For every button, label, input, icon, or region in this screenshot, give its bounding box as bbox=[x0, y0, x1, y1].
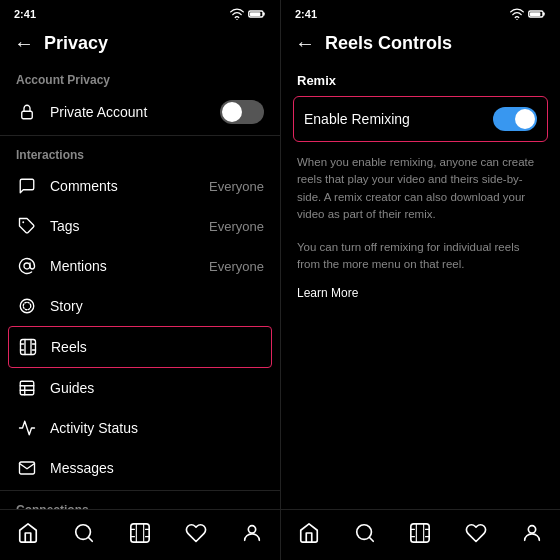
activity-icon bbox=[16, 417, 38, 439]
list-item-mentions[interactable]: Mentions Everyone bbox=[0, 246, 280, 286]
comments-icon bbox=[16, 175, 38, 197]
status-icons-left bbox=[230, 8, 266, 20]
svg-rect-9 bbox=[20, 381, 34, 395]
list-item-guides[interactable]: Guides bbox=[0, 368, 280, 408]
right-header: ← Reels Controls bbox=[281, 24, 560, 63]
enable-remixing-row: Enable Remixing bbox=[294, 97, 547, 141]
back-button-right[interactable]: ← bbox=[295, 32, 315, 55]
svg-rect-27 bbox=[411, 524, 429, 542]
section-interactions: Interactions bbox=[0, 138, 280, 166]
left-bottom-nav bbox=[0, 509, 280, 560]
reels-highlight-box: Reels bbox=[8, 326, 272, 368]
battery-icon-right bbox=[528, 9, 546, 19]
guides-icon bbox=[16, 377, 38, 399]
svg-point-7 bbox=[23, 302, 31, 310]
list-item-activity-status[interactable]: Activity Status bbox=[0, 408, 280, 448]
remixing-sub-text: You can turn off remixing for individual… bbox=[281, 231, 560, 282]
left-header: ← Privacy bbox=[0, 24, 280, 63]
private-account-toggle[interactable] bbox=[220, 100, 264, 124]
back-button-left[interactable]: ← bbox=[14, 32, 34, 55]
section-account-privacy: Account Privacy bbox=[0, 63, 280, 91]
activity-status-label: Activity Status bbox=[50, 420, 264, 436]
private-account-label: Private Account bbox=[50, 104, 208, 120]
toggle-knob bbox=[222, 102, 242, 122]
remix-section-title: Remix bbox=[281, 63, 560, 92]
messages-label: Messages bbox=[50, 460, 264, 476]
story-label: Story bbox=[50, 298, 264, 314]
comments-value: Everyone bbox=[209, 179, 264, 194]
status-icons-right bbox=[510, 8, 546, 20]
enable-remixing-label: Enable Remixing bbox=[304, 111, 410, 127]
search-nav-left[interactable] bbox=[71, 520, 97, 546]
heart-nav-right[interactable] bbox=[463, 520, 489, 546]
profile-nav-right[interactable] bbox=[519, 520, 545, 546]
svg-line-26 bbox=[369, 537, 373, 541]
divider-2 bbox=[0, 490, 280, 491]
comments-label: Comments bbox=[50, 178, 197, 194]
profile-nav-left[interactable] bbox=[239, 520, 265, 546]
section-connections: Connections bbox=[0, 493, 280, 509]
reels-icon bbox=[17, 336, 39, 358]
reels-nav-right[interactable] bbox=[407, 520, 433, 546]
status-bar-left: 2:41 bbox=[0, 0, 280, 24]
svg-rect-20 bbox=[131, 524, 149, 542]
mentions-value: Everyone bbox=[209, 259, 264, 274]
svg-point-21 bbox=[248, 526, 255, 533]
right-scroll-area: Remix Enable Remixing When you enable re… bbox=[281, 63, 560, 509]
right-panel: 2:41 ← Reels Controls Remix Enable Remix… bbox=[280, 0, 560, 560]
reels-nav-left[interactable] bbox=[127, 520, 153, 546]
wifi-icon bbox=[230, 8, 244, 20]
story-icon bbox=[16, 295, 38, 317]
right-bottom-nav bbox=[281, 509, 560, 560]
home-nav-right[interactable] bbox=[296, 520, 322, 546]
list-item-story[interactable]: Story bbox=[0, 286, 280, 326]
mentions-label: Mentions bbox=[50, 258, 197, 274]
home-nav-left[interactable] bbox=[15, 520, 41, 546]
svg-point-5 bbox=[24, 263, 30, 269]
mentions-icon bbox=[16, 255, 38, 277]
list-item-messages[interactable]: Messages bbox=[0, 448, 280, 488]
battery-icon bbox=[248, 9, 266, 19]
svg-point-22 bbox=[516, 19, 517, 20]
learn-more-link[interactable]: Learn More bbox=[281, 282, 560, 310]
status-bar-right: 2:41 bbox=[281, 0, 560, 24]
reels-label: Reels bbox=[51, 339, 263, 355]
list-item-private-account[interactable]: Private Account bbox=[0, 91, 280, 133]
lock-icon bbox=[16, 101, 38, 123]
svg-rect-8 bbox=[21, 340, 36, 355]
list-item-comments[interactable]: Comments Everyone bbox=[0, 166, 280, 206]
left-scroll-area: Account Privacy Private Account Interact… bbox=[0, 63, 280, 509]
divider-1 bbox=[0, 135, 280, 136]
svg-line-19 bbox=[88, 537, 92, 541]
left-page-title: Privacy bbox=[44, 33, 108, 54]
tags-icon bbox=[16, 215, 38, 237]
messages-icon bbox=[16, 457, 38, 479]
tags-label: Tags bbox=[50, 218, 197, 234]
wifi-icon-right bbox=[510, 8, 524, 20]
toggle-knob-remixing bbox=[515, 109, 535, 129]
svg-rect-2 bbox=[250, 12, 261, 16]
svg-point-6 bbox=[20, 299, 34, 313]
svg-rect-24 bbox=[530, 12, 541, 16]
list-item-reels[interactable]: Reels bbox=[9, 327, 271, 367]
svg-rect-3 bbox=[22, 111, 33, 119]
right-page-title: Reels Controls bbox=[325, 33, 452, 54]
status-time-right: 2:41 bbox=[295, 8, 317, 20]
status-time-left: 2:41 bbox=[14, 8, 36, 20]
svg-point-28 bbox=[528, 526, 535, 533]
heart-nav-left[interactable] bbox=[183, 520, 209, 546]
guides-label: Guides bbox=[50, 380, 264, 396]
remixing-description: When you enable remixing, anyone can cre… bbox=[281, 146, 560, 231]
search-nav-right[interactable] bbox=[352, 520, 378, 546]
svg-point-0 bbox=[236, 19, 237, 20]
enable-remixing-box: Enable Remixing bbox=[293, 96, 548, 142]
left-panel: 2:41 ← Privacy Account Privacy Private A… bbox=[0, 0, 280, 560]
tags-value: Everyone bbox=[209, 219, 264, 234]
enable-remixing-toggle[interactable] bbox=[493, 107, 537, 131]
list-item-tags[interactable]: Tags Everyone bbox=[0, 206, 280, 246]
